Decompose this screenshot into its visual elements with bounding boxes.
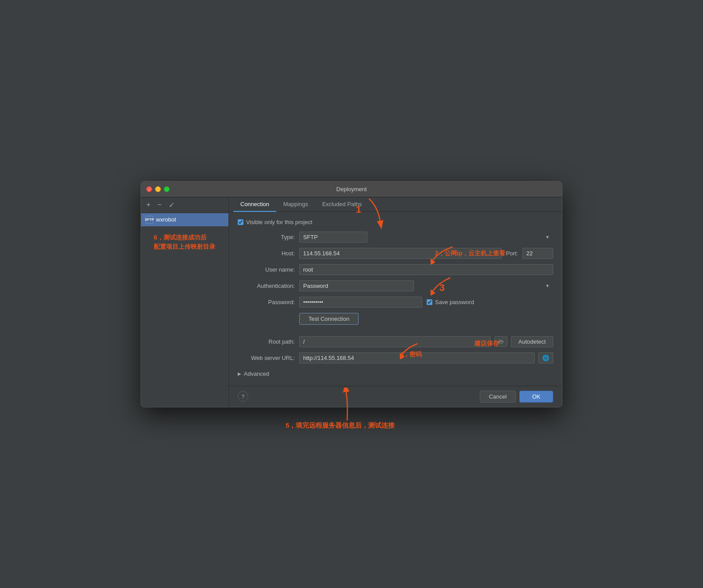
tab-mappings[interactable]: Mappings <box>276 197 315 212</box>
ok-button[interactable]: OK <box>519 391 553 403</box>
select-arrow-icon: ▼ <box>545 235 550 240</box>
remove-server-button[interactable]: − <box>156 200 163 210</box>
web-server-label: Web server URL: <box>238 355 299 361</box>
password-label: Password: <box>238 299 299 305</box>
visible-only-label[interactable]: Visible only for this project <box>246 219 312 225</box>
visible-only-checkbox[interactable] <box>238 219 243 225</box>
sftp-icon: SFTP <box>145 216 153 224</box>
port-label: Port: <box>506 250 518 257</box>
auth-select-wrapper: Password Key pair OpenSSH config and aut… <box>299 280 553 291</box>
host-input[interactable] <box>299 248 502 259</box>
password-group: Save password <box>299 297 553 308</box>
visible-only-row: Visible only for this project <box>238 219 553 225</box>
tab-excluded-paths[interactable]: Excluded Paths <box>315 197 369 212</box>
check-button[interactable]: ✓ <box>167 200 176 210</box>
tab-connection[interactable]: Connection <box>233 197 276 212</box>
type-select-wrapper: SFTP FTP Local or mounted folder ▼ <box>299 232 553 243</box>
username-row: User name: <box>238 264 553 275</box>
save-password-label[interactable]: Save password <box>435 299 474 305</box>
close-button[interactable] <box>146 186 152 192</box>
sidebar-toolbar: + − ✓ <box>141 197 228 213</box>
server-name-label: wxrobot <box>156 216 176 223</box>
password-row: Password: Save password <box>238 297 553 308</box>
cancel-button[interactable]: Cancel <box>480 391 516 403</box>
web-server-url-input[interactable] <box>299 352 535 363</box>
advanced-toggle[interactable]: ▶ Advanced <box>238 369 553 379</box>
test-connection-row: Test Connection <box>238 313 553 330</box>
tab-bar: Connection Mappings Excluded Paths <box>229 197 562 212</box>
browse-folder-button[interactable]: 🗁 <box>494 336 507 347</box>
advanced-label: Advanced <box>244 370 269 377</box>
auth-select[interactable]: Password Key pair OpenSSH config and aut… <box>299 280 414 291</box>
titlebar: Deployment <box>141 181 562 197</box>
save-password-checkbox[interactable] <box>427 299 432 305</box>
type-select[interactable]: SFTP FTP Local or mounted folder <box>299 232 367 243</box>
save-password-area: Save password <box>427 299 474 305</box>
add-server-button[interactable]: + <box>145 200 152 210</box>
port-input[interactable] <box>522 248 553 259</box>
type-row: Type: SFTP FTP Local or mounted folder ▼ <box>238 232 553 243</box>
host-label: Host: <box>238 250 299 257</box>
minimize-button[interactable] <box>155 186 161 192</box>
url-group: 🌐 <box>299 352 553 363</box>
main-layout: + − ✓ SFTP wxrobot Connection Mappings E… <box>141 197 562 407</box>
type-label: Type: <box>238 234 299 240</box>
auth-label: Authentication: <box>238 283 299 289</box>
host-row: Host: Port: <box>238 248 553 259</box>
test-connection-button[interactable]: Test Connection <box>299 313 359 325</box>
window-title: Deployment <box>336 186 366 192</box>
autodetect-button[interactable]: Autodetect <box>511 336 553 347</box>
auth-row: Authentication: Password Key pair OpenSS… <box>238 280 553 291</box>
root-path-label: Root path: <box>238 338 299 345</box>
form-area: Visible only for this project Type: SFTP… <box>229 212 562 386</box>
content-area: Connection Mappings Excluded Paths Visib… <box>229 197 562 407</box>
username-input[interactable] <box>299 264 553 275</box>
maximize-button[interactable] <box>164 186 170 192</box>
annotation-5: 5，填完远程服务器信息后，测试连接 <box>286 421 395 430</box>
password-input[interactable] <box>299 297 422 308</box>
web-server-row: Web server URL: 🌐 <box>238 352 553 363</box>
help-button[interactable]: ? <box>238 391 248 402</box>
bottom-bar: ? Cancel OK <box>229 386 562 407</box>
expand-triangle-icon: ▶ <box>238 371 241 376</box>
auth-select-arrow-icon: ▼ <box>545 283 550 288</box>
root-path-input[interactable] <box>299 336 491 347</box>
open-url-button[interactable]: 🌐 <box>538 352 553 363</box>
dialog-actions: Cancel OK <box>480 391 553 403</box>
host-port-group: Port: <box>299 248 553 259</box>
sidebar-item-wxrobot[interactable]: SFTP wxrobot <box>141 213 228 226</box>
root-path-row: Root path: 🗁 Autodetect <box>238 336 553 347</box>
username-label: User name: <box>238 266 299 273</box>
traffic-lights <box>146 186 170 192</box>
deployment-dialog: Deployment + − ✓ SFTP wxrobot Conn <box>141 181 562 407</box>
root-path-group: 🗁 Autodetect <box>299 336 553 347</box>
sidebar: + − ✓ SFTP wxrobot <box>141 197 229 407</box>
